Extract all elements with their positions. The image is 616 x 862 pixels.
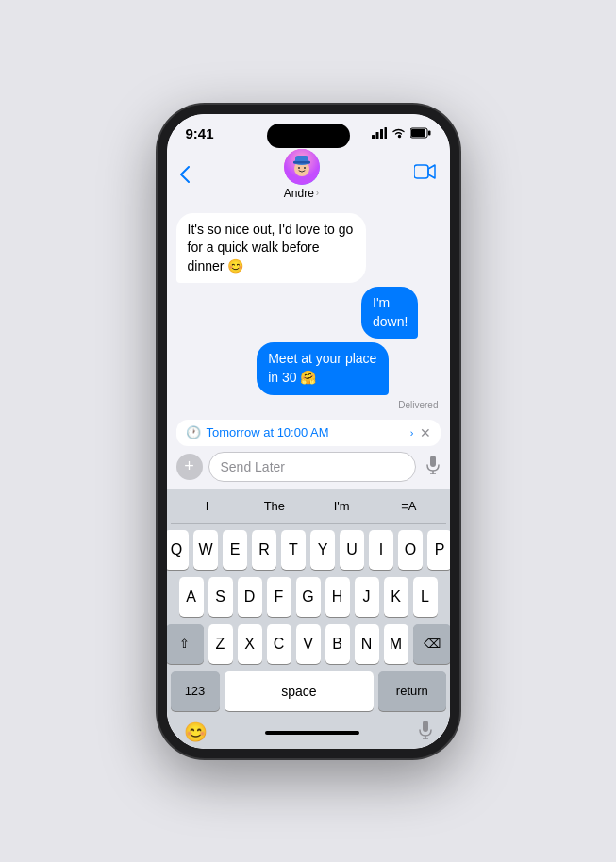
key-b[interactable]: B (325, 624, 350, 664)
battery-icon (410, 127, 431, 139)
contact-avatar (284, 149, 320, 185)
svg-rect-2 (380, 129, 383, 139)
message-outgoing-2: Meet at your place in 30 🤗 (257, 342, 389, 394)
send-later-pill-text: Tomorrow at 10:00 AM (207, 425, 405, 439)
send-later-chevron-icon: › (410, 427, 414, 439)
keyboard-row-2: A S D F G H J K L (171, 577, 446, 617)
chevron-right-icon: › (316, 188, 319, 198)
key-j[interactable]: J (355, 577, 379, 617)
suggestion-i[interactable]: I (175, 499, 241, 513)
svg-rect-5 (411, 129, 425, 137)
key-l[interactable]: L (413, 577, 438, 617)
return-key[interactable]: return (378, 671, 445, 711)
input-row: + Send Later (176, 452, 441, 482)
contact-info[interactable]: Andre › (284, 149, 320, 200)
key-y[interactable]: Y (310, 530, 335, 570)
keyboard-suggestions: I The I'm ≡A (171, 497, 446, 524)
key-t[interactable]: T (281, 530, 306, 570)
svg-rect-1 (375, 132, 378, 139)
back-button[interactable] (180, 166, 190, 183)
video-call-button[interactable] (414, 163, 437, 185)
key-n[interactable]: N (355, 624, 379, 664)
space-key[interactable]: space (225, 671, 375, 711)
keyboard-row-3: ⇧ Z X C V B N M ⌫ (171, 624, 446, 664)
delivered-label: Delivered (398, 400, 438, 410)
key-p[interactable]: P (427, 530, 450, 570)
svg-rect-3 (384, 127, 387, 139)
svg-point-9 (298, 167, 300, 169)
key-s[interactable]: S (208, 577, 233, 617)
delete-key[interactable]: ⌫ (413, 624, 450, 664)
key-q[interactable]: Q (167, 530, 190, 570)
svg-rect-0 (372, 135, 375, 139)
wifi-icon (391, 127, 406, 139)
key-h[interactable]: H (325, 577, 350, 617)
key-u[interactable]: U (340, 530, 364, 570)
clock-icon: 🕐 (186, 425, 201, 439)
key-i[interactable]: I (369, 530, 393, 570)
svg-rect-18 (423, 721, 428, 732)
avatar (284, 149, 320, 185)
phone-frame: 9:41 (158, 105, 459, 758)
numbers-key[interactable]: 123 (171, 671, 220, 711)
mic-button[interactable] (425, 456, 441, 478)
suggestion-menu[interactable]: ≡A (375, 499, 441, 513)
key-o[interactable]: O (398, 530, 423, 570)
message-outgoing-1: I'm down! (361, 287, 418, 339)
input-placeholder: Send Later (221, 459, 286, 474)
messages-area: It's so nice out, I'd love to go for a q… (167, 206, 450, 414)
close-send-later-button[interactable]: ✕ (420, 425, 431, 440)
svg-rect-13 (293, 161, 310, 164)
status-time: 9:41 (186, 125, 214, 141)
key-d[interactable]: D (238, 577, 262, 617)
keyboard-bottom-bar: 😊 (171, 717, 446, 745)
key-z[interactable]: Z (208, 624, 233, 664)
keyboard-row-4: 123 space return (171, 671, 446, 711)
svg-point-10 (304, 167, 306, 169)
message-input[interactable]: Send Later (208, 452, 416, 482)
home-indicator (265, 731, 359, 735)
compose-area: 🕐 Tomorrow at 10:00 AM › ✕ + Send Later (167, 414, 450, 489)
key-w[interactable]: W (193, 530, 218, 570)
svg-rect-6 (428, 131, 431, 136)
key-x[interactable]: X (238, 624, 262, 664)
key-c[interactable]: C (267, 624, 291, 664)
send-later-pill[interactable]: 🕐 Tomorrow at 10:00 AM › ✕ (176, 420, 441, 446)
keyboard-mic-button[interactable] (418, 721, 433, 743)
emoji-key[interactable]: 😊 (184, 721, 208, 743)
key-v[interactable]: V (296, 624, 321, 664)
svg-rect-14 (414, 165, 428, 178)
shift-key[interactable]: ⇧ (167, 624, 204, 664)
message-incoming-1: It's so nice out, I'd love to go for a q… (176, 213, 367, 284)
key-g[interactable]: G (296, 577, 321, 617)
key-e[interactable]: E (223, 530, 247, 570)
svg-rect-15 (430, 456, 436, 467)
key-m[interactable]: M (384, 624, 408, 664)
signal-icon (372, 127, 387, 139)
key-r[interactable]: R (252, 530, 276, 570)
key-k[interactable]: K (384, 577, 408, 617)
contact-name: Andre › (284, 187, 319, 200)
key-a[interactable]: A (179, 577, 204, 617)
suggestion-the[interactable]: The (241, 499, 308, 513)
suggestion-im[interactable]: I'm (308, 499, 375, 513)
keyboard-row-1: Q W E R T Y U I O P (171, 530, 446, 570)
add-attachment-button[interactable]: + (176, 454, 203, 480)
dynamic-island (267, 124, 350, 148)
status-icons (372, 127, 431, 139)
key-f[interactable]: F (267, 577, 291, 617)
nav-bar: Andre › (167, 145, 450, 206)
keyboard: I The I'm ≡A Q W E R T Y U I O P (167, 489, 450, 749)
